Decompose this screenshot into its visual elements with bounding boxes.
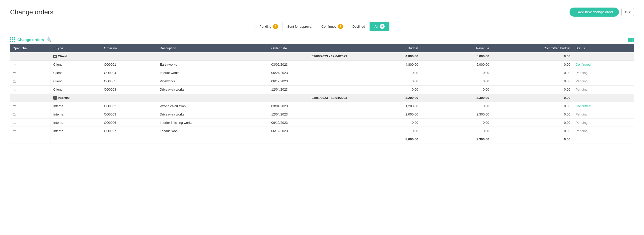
row-budget: 0.00 [350,127,421,135]
row-folder[interactable]: 🗀 [10,69,51,77]
table-row: 🗀 Internal CO0007 Facade work 06/12/2023… [10,127,634,135]
folder-icon: 🗀 [13,63,16,67]
tab-pending[interactable]: Pending 6 [255,22,283,31]
row-status: Pending [573,119,634,127]
row-status: Pending [573,77,634,85]
row-folder[interactable]: 🗀 [10,102,51,110]
col-status: Status [573,44,634,52]
tab-sent-label: Sent for approval [287,25,312,28]
row-order-no: CO0008 [101,85,157,94]
row-order-no: CO0001 [101,60,157,69]
row-status: Confirmed [573,60,634,69]
collapse-icon[interactable]: − [53,55,57,58]
group-description [157,94,269,102]
row-order-date: 12/04/2023 [269,85,350,94]
row-committed: 0.00 [492,60,573,69]
group-budget: 4,800.00 [350,52,421,60]
row-description: Facade work [157,127,269,135]
svg-rect-0 [628,38,630,42]
row-budget: 0.00 [350,119,421,127]
tab-sent-for-approval[interactable]: Sent for approval [283,22,317,31]
row-folder[interactable]: 🗀 [10,119,51,127]
col-description: Description [157,44,269,52]
table-row: 🗀 Internal CO0006 Interior finishing wor… [10,119,634,127]
tab-declined-label: Declined [352,25,365,28]
row-budget: 0.00 [350,85,421,94]
svg-rect-1 [630,38,632,42]
group-budget: 3,200.00 [350,94,421,102]
row-order-date: 12/04/2023 [269,110,350,119]
group-order-no [101,52,157,60]
row-budget: 1,200.00 [350,102,421,110]
group-type: −Client [51,52,101,60]
tab-all-badge: 8 [380,24,385,29]
svg-rect-2 [632,38,634,42]
tab-declined[interactable]: Declined [348,22,370,31]
group-open-col [10,94,51,102]
row-budget: 2,000.00 [350,110,421,119]
total-empty-2 [51,135,101,143]
group-committed: 0.00 [492,52,573,60]
tab-confirmed-label: Confirmed [321,25,337,28]
group-date-range: 03/06/2023 - 12/04/2023 [269,52,350,60]
row-revenue: 2,300.00 [421,110,492,119]
row-description: Interior works [157,69,269,77]
row-type: Client [51,77,101,85]
row-revenue: 0.00 [421,127,492,135]
page-title: Change orders [10,8,53,16]
add-new-change-order-button[interactable]: + Add new change order [570,8,619,17]
folder-icon: 🗀 [13,104,16,108]
row-folder[interactable]: 🗀 [10,85,51,94]
row-description: Driveaway works [157,85,269,94]
row-folder[interactable]: 🗀 [10,77,51,85]
total-empty-6 [573,135,634,143]
table-row: 🗀 Client CO0005 Pipeworks 06/12/2023 0.0… [10,77,634,85]
row-committed: 0.00 [492,69,573,77]
row-status: Pending [573,127,634,135]
group-type: −Internal [51,94,101,102]
folder-icon: 🗀 [13,79,16,83]
col-order-no: Order no. [101,44,157,52]
collapse-icon[interactable]: − [53,96,57,100]
row-order-date: 06/12/2023 [269,127,350,135]
row-revenue: 0.00 [421,69,492,77]
row-description: Interior finishing works [157,119,269,127]
table-group-row: −Client 03/06/2023 - 12/04/2023 4,800.00… [10,52,634,60]
total-empty-4 [157,135,269,143]
row-revenue: 0.00 [421,119,492,127]
search-icon[interactable]: 🔍 [47,37,52,42]
row-order-date: 06/12/2023 [269,119,350,127]
row-committed: 0.00 [492,85,573,94]
total-committed: 0.00 [492,135,573,143]
tab-all[interactable]: All 8 [370,22,389,31]
page-header: Change orders + Add new change order ⚙ ▾ [10,8,634,17]
total-budget: 8,000.00 [350,135,421,143]
row-revenue: 0.00 [421,102,492,110]
gear-chevron-icon: ▾ [629,10,631,14]
group-status [573,94,634,102]
row-revenue: 0.00 [421,85,492,94]
row-order-no: CO0002 [101,102,157,110]
settings-gear-button[interactable]: ⚙ ▾ [621,8,634,16]
row-budget: 0.00 [350,77,421,85]
row-budget: 0.00 [350,69,421,77]
folder-icon: 🗀 [13,121,16,125]
grid-icon [10,37,15,42]
row-folder[interactable]: 🗀 [10,60,51,69]
row-committed: 0.00 [492,77,573,85]
group-revenue: 2,300.00 [421,94,492,102]
tab-all-label: All [374,25,378,28]
row-folder[interactable]: 🗀 [10,110,51,119]
row-order-no: CO0006 [101,119,157,127]
row-committed: 0.00 [492,102,573,110]
table-row: 🗀 Internal CO0002 Wrong calculation 03/0… [10,102,634,110]
columns-toggle-icon[interactable] [628,38,634,44]
total-empty-1 [10,135,51,143]
row-order-date: 05/24/2023 [269,69,350,77]
row-type: Client [51,60,101,69]
row-status: Pending [573,85,634,94]
row-folder[interactable]: 🗀 [10,127,51,135]
row-order-no: CO0003 [101,110,157,119]
tab-confirmed[interactable]: Confirmed 2 [317,22,348,31]
col-type: − Type [51,44,101,52]
